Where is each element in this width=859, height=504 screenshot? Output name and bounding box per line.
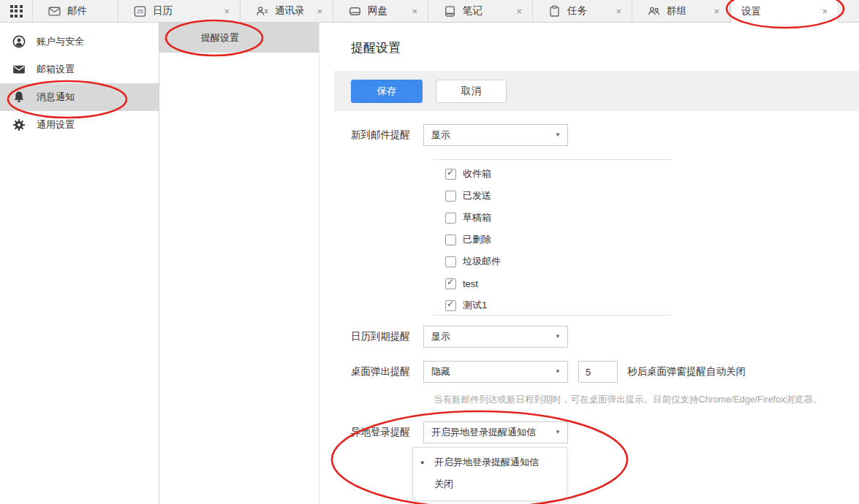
cancel-button[interactable]: 取消 [436, 80, 507, 103]
chevron-down-icon: ▼ [555, 327, 561, 347]
folder-option-inbox: ✓ 收件箱 [445, 163, 491, 185]
chevron-down-icon: ▼ [555, 362, 561, 382]
tab-groups[interactable]: 群组 × [632, 0, 730, 22]
apps-menu-button[interactable] [0, 0, 33, 22]
check-icon: ✓ [447, 277, 454, 287]
select-value: 开启异地登录提醒通知信 [431, 427, 536, 438]
desktop-popup-hint: 当有新邮件到达或新日程到期时，可在桌面弹出提示。目前仅支持Chrome/Edge… [434, 394, 822, 406]
close-icon[interactable]: × [614, 5, 623, 18]
select-value: 显示 [431, 331, 450, 342]
tab-netdisk[interactable]: 网盘 × [333, 0, 428, 22]
new-mail-reminder-label: 新到邮件提醒 [351, 124, 431, 146]
folder-option-test1: ✓ 测试1 [445, 294, 487, 316]
folder-option-test: ✓ test [445, 272, 478, 294]
sidebar-item-general-settings[interactable]: 通用设置 [0, 111, 159, 139]
checkbox-label: 垃圾邮件 [463, 255, 501, 268]
account-security-icon [12, 34, 26, 49]
new-mail-reminder-select[interactable]: 显示 ▼ [423, 124, 568, 146]
submenu-item-reminder-settings[interactable]: 提醒设置 [159, 23, 319, 53]
remote-login-reminder-select[interactable]: 开启异地登录提醒通知信 ▼ [423, 421, 568, 443]
spam-checkbox[interactable]: ✓ [445, 256, 456, 267]
sidebar-item-label: 消息通知 [37, 91, 75, 104]
tab-label: 笔记 [463, 4, 483, 18]
reminder-settings-panel: 提醒设置 保存 取消 新到邮件提醒 显示 ▼ ✓ 收件箱 ✓ 已发送 ✓ 草稿箱… [320, 23, 859, 504]
tab-label: 任务 [567, 4, 587, 18]
sidebar-item-notifications[interactable]: 消息通知 [0, 83, 159, 111]
form-toolbar: 保存 取消 [334, 71, 859, 111]
tab-bar-filler [839, 0, 859, 22]
close-icon[interactable]: × [410, 5, 419, 18]
tab-settings[interactable]: 设置 × [730, 0, 839, 23]
svg-text:25: 25 [137, 8, 143, 15]
app-window: 邮件 25 日历 × 通讯录 × 网盘 × 笔 [0, 0, 859, 504]
dropdown-option-label: 关闭 [434, 478, 453, 491]
inbox-checkbox[interactable]: ✓ [445, 169, 456, 180]
calendar-due-reminder-select[interactable]: 显示 ▼ [423, 326, 568, 348]
folder-option-sent: ✓ 已发送 [445, 185, 491, 207]
sidebar-item-label: 通用设置 [37, 118, 75, 131]
dropdown-option-enable-notice[interactable]: ● 开启异地登录提醒通知信 [413, 451, 567, 473]
desktop-popup-reminder-select[interactable]: 隐藏 ▼ [423, 361, 568, 383]
tab-contacts[interactable]: 通讯录 × [241, 0, 333, 22]
notification-bell-icon [12, 90, 26, 104]
sidebar-item-account-security[interactable]: 账户与安全 [0, 28, 159, 56]
tab-notes[interactable]: 笔记 × [428, 0, 533, 22]
drive-icon [348, 4, 362, 18]
close-icon[interactable]: × [315, 5, 324, 18]
groups-icon [647, 4, 661, 18]
divider [434, 315, 671, 316]
settings-sidebar: 账户与安全 邮箱设置 消息通知 通用设置 [0, 23, 159, 504]
tab-calendar[interactable]: 25 日历 × [118, 0, 241, 22]
check-icon: ✓ [447, 299, 454, 309]
dropdown-option-off[interactable]: 关闭 [413, 473, 567, 495]
checkbox-label: 草稿箱 [463, 211, 491, 224]
mailbox-settings-icon [12, 62, 26, 77]
select-value: 隐藏 [431, 366, 450, 377]
checkbox-label: test [463, 278, 478, 289]
popup-seconds-input[interactable] [578, 361, 618, 383]
checkbox-label: 测试1 [463, 299, 487, 312]
close-icon[interactable]: × [712, 5, 721, 18]
general-settings-icon [12, 118, 26, 132]
drafts-checkbox[interactable]: ✓ [445, 213, 456, 224]
deleted-checkbox[interactable]: ✓ [445, 234, 456, 245]
sidebar-item-label: 邮箱设置 [37, 63, 75, 76]
select-value: 显示 [431, 129, 450, 140]
tasks-icon [548, 4, 561, 18]
sidebar-item-label: 账户与安全 [37, 35, 84, 48]
tab-label: 日历 [153, 4, 173, 18]
close-icon[interactable]: × [222, 5, 231, 18]
sent-checkbox[interactable]: ✓ [445, 191, 456, 202]
contacts-icon [255, 4, 269, 18]
test1-checkbox[interactable]: ✓ [445, 300, 456, 311]
settings-submenu: 提醒设置 [159, 23, 319, 504]
notes-icon [443, 4, 457, 18]
tab-label: 网盘 [368, 4, 387, 18]
check-icon: ✓ [447, 167, 454, 177]
calendar-icon: 25 [133, 4, 147, 18]
mail-icon [48, 4, 61, 18]
folder-option-drafts: ✓ 草稿箱 [445, 207, 491, 229]
tab-label: 设置 [741, 5, 761, 18]
apps-grid-icon [10, 5, 23, 18]
remote-login-dropdown-panel: ● 开启异地登录提醒通知信 关闭 [412, 447, 567, 501]
remote-login-reminder-label: 异地登录提醒 [351, 421, 431, 443]
popup-seconds-suffix: 秒后桌面弹窗提醒自动关闭 [627, 361, 746, 383]
dropdown-option-label: 开启异地登录提醒通知信 [434, 456, 539, 469]
close-icon[interactable]: × [515, 5, 523, 18]
calendar-due-reminder-label: 日历到期提醒 [351, 326, 431, 348]
tab-bar: 邮件 25 日历 × 通讯录 × 网盘 × 笔 [0, 0, 859, 23]
tab-label: 群组 [667, 4, 686, 18]
sidebar-item-mailbox-settings[interactable]: 邮箱设置 [0, 56, 159, 83]
tab-tasks[interactable]: 任务 × [533, 0, 632, 22]
save-button[interactable]: 保存 [351, 80, 423, 103]
divider [434, 159, 671, 160]
checkbox-label: 已删除 [463, 233, 491, 246]
test-checkbox[interactable]: ✓ [445, 278, 456, 289]
tab-label: 通讯录 [275, 4, 305, 18]
chevron-down-icon: ▼ [555, 422, 561, 443]
tab-mail[interactable]: 邮件 [33, 0, 118, 22]
folder-option-deleted: ✓ 已删除 [445, 229, 491, 251]
checkbox-label: 已发送 [463, 189, 491, 202]
close-icon[interactable]: × [820, 5, 829, 18]
